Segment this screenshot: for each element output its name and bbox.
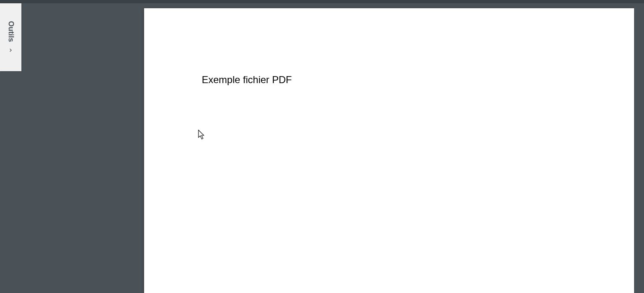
- tools-label: Outils: [7, 21, 15, 42]
- pdf-page[interactable]: Exemple fichier PDF: [144, 8, 634, 293]
- tools-panel-tab[interactable]: Outils: [0, 3, 21, 71]
- top-bar: [0, 0, 644, 3]
- vertical-scrollbar[interactable]: [635, 3, 644, 293]
- chevron-right-icon: [7, 47, 14, 53]
- document-title-text: Exemple fichier PDF: [202, 74, 292, 86]
